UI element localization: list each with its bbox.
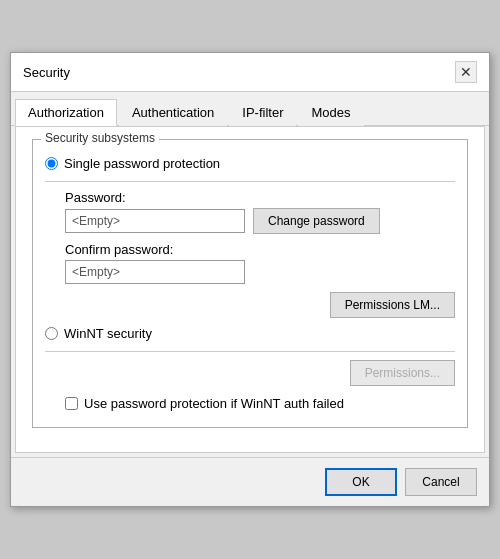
confirm-password-row: Confirm password: (65, 242, 455, 284)
single-password-radio[interactable] (45, 157, 58, 170)
winnt-auth-checkbox[interactable] (65, 397, 78, 410)
permissions-lm-row: Permissions LM... (65, 292, 455, 318)
winnt-radio[interactable] (45, 327, 58, 340)
password-label: Password: (65, 190, 455, 205)
security-subsystems-group: Security subsystems Single password prot… (32, 139, 468, 428)
close-button[interactable]: ✕ (455, 61, 477, 83)
cancel-button[interactable]: Cancel (405, 468, 477, 496)
password-row: Password: Change password (65, 190, 455, 234)
ok-button[interactable]: OK (325, 468, 397, 496)
tab-authorization[interactable]: Authorization (15, 99, 117, 126)
confirm-password-label: Confirm password: (65, 242, 455, 257)
dialog-title: Security (23, 65, 70, 80)
single-password-option[interactable]: Single password protection (45, 156, 455, 171)
password-input-row: Change password (65, 208, 455, 234)
tab-modes[interactable]: Modes (298, 99, 363, 126)
winnt-permissions-row: Permissions... (65, 360, 455, 386)
winnt-checkbox-label: Use password protection if WinNT auth fa… (84, 396, 344, 411)
tab-ip-filter[interactable]: IP-filter (229, 99, 296, 126)
change-password-button[interactable]: Change password (253, 208, 380, 234)
tab-bar: Authorization Authentication IP-filter M… (11, 92, 489, 126)
separator-1 (45, 181, 455, 182)
separator-2 (45, 351, 455, 352)
tab-authentication[interactable]: Authentication (119, 99, 227, 126)
single-password-label: Single password protection (64, 156, 220, 171)
winnt-option[interactable]: WinNT security (45, 326, 455, 341)
title-bar: Security ✕ (11, 53, 489, 92)
password-input[interactable] (65, 209, 245, 233)
permissions-lm-button[interactable]: Permissions LM... (330, 292, 455, 318)
tab-content: Security subsystems Single password prot… (15, 126, 485, 453)
dialog-footer: OK Cancel (11, 457, 489, 506)
winnt-section: WinNT security Permissions... Use passwo… (45, 326, 455, 411)
winnt-permissions-button[interactable]: Permissions... (350, 360, 455, 386)
winnt-label: WinNT security (64, 326, 152, 341)
security-dialog: Security ✕ Authorization Authentication … (10, 52, 490, 507)
confirm-password-input[interactable] (65, 260, 245, 284)
group-title: Security subsystems (41, 131, 159, 145)
winnt-checkbox-row: Use password protection if WinNT auth fa… (65, 396, 455, 411)
